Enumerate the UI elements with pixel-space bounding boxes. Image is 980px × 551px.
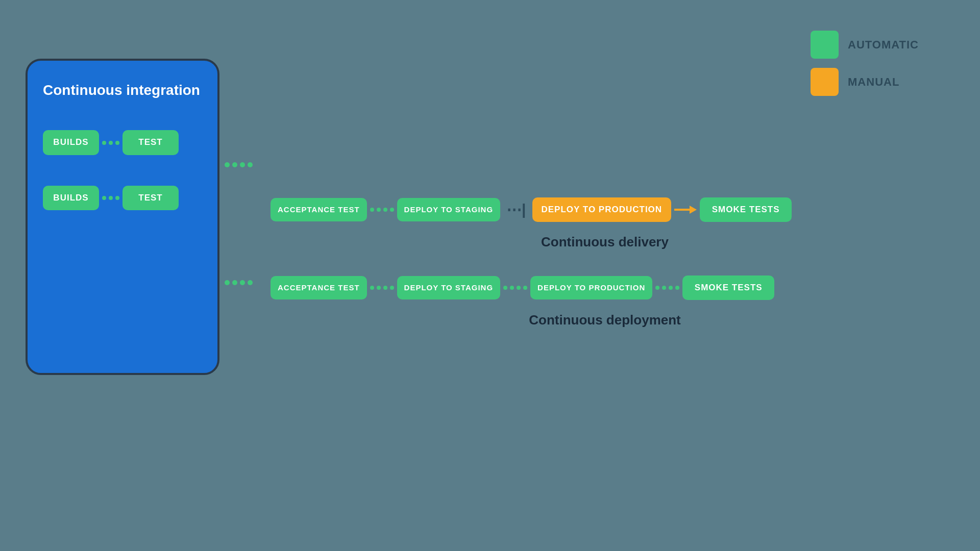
- deployment-label: Continuous deployment: [529, 312, 681, 328]
- delivery-section: ACCEPTANCE TEST DEPLOY TO STAGING ⋯| DEP…: [271, 197, 939, 250]
- dot: [370, 286, 374, 290]
- dot: [523, 286, 527, 290]
- barrier: ⋯|: [500, 201, 532, 218]
- arrow-right: [671, 204, 700, 216]
- dot: [655, 286, 659, 290]
- dot: [109, 141, 113, 145]
- svg-point-6: [225, 280, 230, 285]
- delivery-acceptance-test: ACCEPTANCE TEST: [271, 198, 367, 221]
- dot: [383, 208, 387, 212]
- ci-row-bottom: BUILDS TEST: [43, 186, 202, 210]
- dots-dep-1: [367, 286, 397, 290]
- dots-2: [99, 196, 122, 200]
- dot: [383, 286, 387, 290]
- svg-marker-1: [690, 206, 697, 214]
- ci-title: Continuous integration: [43, 81, 202, 99]
- ci-buttons: BUILDS TEST BUILDS TEST: [43, 130, 202, 210]
- deployment-deploy-staging: DEPLOY TO STAGING: [397, 276, 501, 299]
- diagram-area: ACCEPTANCE TEST DEPLOY TO STAGING ⋯| DEP…: [230, 0, 980, 551]
- dot: [109, 196, 113, 200]
- deployment-section: ACCEPTANCE TEST DEPLOY TO STAGING DEPLOY…: [271, 276, 939, 328]
- deployment-acceptance-test: ACCEPTANCE TEST: [271, 276, 367, 299]
- dot: [390, 208, 394, 212]
- dot: [115, 196, 119, 200]
- ci-test-bottom: TEST: [122, 186, 179, 210]
- dot: [102, 196, 106, 200]
- deployment-smoke-tests: SMOKE TESTS: [682, 276, 774, 300]
- dot: [662, 286, 666, 290]
- dot: [370, 208, 374, 212]
- ci-builds-bottom: BUILDS: [43, 186, 99, 210]
- ci-test-top: TEST: [122, 130, 179, 155]
- delivery-smoke-tests: SMOKE TESTS: [700, 197, 792, 222]
- dot: [377, 208, 381, 212]
- dots-1: [99, 141, 122, 145]
- deployment-pipeline-row: ACCEPTANCE TEST DEPLOY TO STAGING DEPLOY…: [271, 276, 774, 300]
- delivery-deploy-staging: DEPLOY TO STAGING: [397, 198, 501, 221]
- arrow-icon: [674, 204, 697, 216]
- ci-builds-top: BUILDS: [43, 130, 99, 155]
- dot: [503, 286, 507, 290]
- dots-del-1: [367, 208, 397, 212]
- deployment-deploy-production: DEPLOY TO PRODUCTION: [530, 276, 652, 299]
- dot: [115, 141, 119, 145]
- dot: [510, 286, 514, 290]
- svg-point-2: [225, 162, 230, 167]
- ci-row-top: BUILDS TEST: [43, 130, 202, 155]
- delivery-deploy-production: DEPLOY TO PRODUCTION: [532, 197, 672, 222]
- delivery-label: Continuous delivery: [541, 234, 669, 250]
- dots-dep-3: [652, 286, 682, 290]
- phone-device: Continuous integration BUILDS TEST BUILD…: [26, 59, 219, 375]
- dot: [517, 286, 521, 290]
- dot: [102, 141, 106, 145]
- dot: [675, 286, 679, 290]
- dot: [669, 286, 673, 290]
- dots-dep-2: [500, 286, 530, 290]
- delivery-pipeline-row: ACCEPTANCE TEST DEPLOY TO STAGING ⋯| DEP…: [271, 197, 792, 222]
- dot: [390, 286, 394, 290]
- dot: [377, 286, 381, 290]
